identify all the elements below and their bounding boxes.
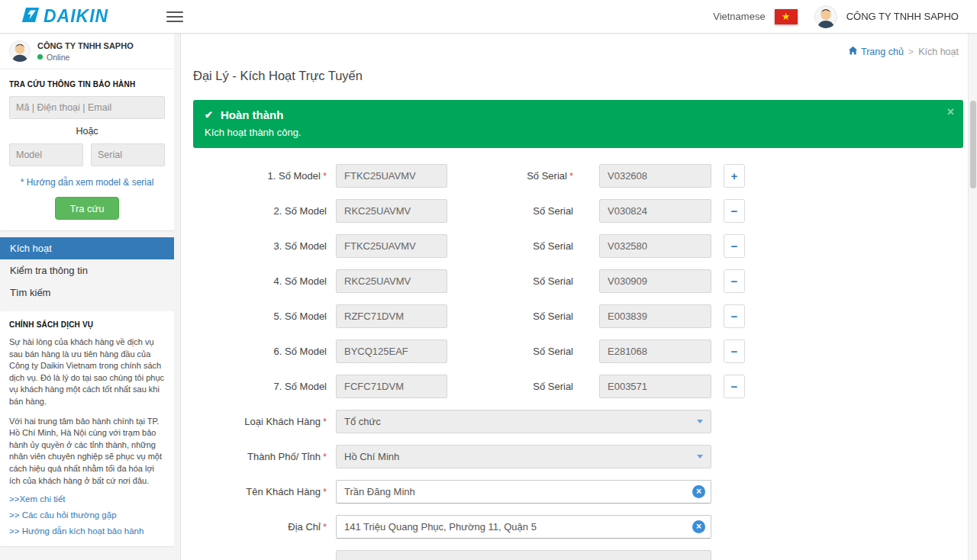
model-serial-guide-link[interactable]: * Hướng dẫn xem model & serial — [9, 177, 165, 188]
serial-input[interactable] — [599, 234, 711, 258]
remove-row-button[interactable]: − — [724, 340, 745, 363]
activation-guide-link[interactable]: >> Hướng dẫn kích hoạt bảo hành — [9, 526, 165, 536]
model-serial-row: 3. Số Model Số Serial − — [193, 234, 963, 258]
policy-title: CHÍNH SÁCH DỊCH VỤ — [9, 320, 165, 329]
serial-input[interactable] — [599, 199, 711, 223]
chevron-down-icon — [697, 420, 703, 423]
remove-row-button[interactable]: − — [724, 269, 745, 293]
address-input[interactable] — [336, 515, 711, 539]
model-label: 2. Số Model — [193, 205, 327, 217]
daikin-logo[interactable]: DAIKIN — [0, 6, 153, 27]
model-input[interactable] — [336, 164, 447, 188]
clear-input-icon[interactable] — [692, 520, 705, 533]
serial-label: Số Serial — [447, 346, 573, 357]
model-label: 5. Số Model — [193, 311, 327, 322]
remove-row-button[interactable]: − — [724, 234, 745, 258]
city-select[interactable]: Hồ Chí Minh — [336, 445, 711, 468]
customer-type-label: Loại Khách Hàng* — [193, 416, 327, 427]
sidebar-avatar — [9, 40, 31, 62]
lookup-serial-input[interactable] — [91, 143, 165, 166]
online-status-icon — [37, 54, 43, 60]
success-alert: Hoàn thành Kích hoạt thành công. × — [193, 100, 963, 148]
sidebar-user-panel: CÔNG TY TNHH SAPHO Online — [0, 34, 174, 69]
warranty-lookup-form: TRA CỨU THÔNG TIN BẢO HÀNH Hoặc * Hướng … — [0, 69, 174, 230]
model-input[interactable] — [336, 375, 447, 398]
chevron-down-icon — [697, 455, 703, 459]
top-navbar: DAIKIN Vietnamese CÔNG TY TNHH SAPHO — [0, 0, 977, 34]
model-input[interactable] — [336, 199, 447, 223]
account-avatar[interactable] — [814, 5, 837, 28]
remove-row-button[interactable]: − — [724, 375, 745, 398]
sidebar-user-name: CÔNG TY TNHH SAPHO — [37, 41, 134, 50]
sidebar-toggle-icon[interactable] — [166, 11, 183, 23]
sidebar-item-kich-hoat[interactable]: Kích hoạt — [0, 237, 174, 259]
model-serial-row: 2. Số Model Số Serial − — [193, 199, 963, 223]
model-serial-row: 1. Số Model* Số Serial* + — [193, 164, 963, 188]
model-label: 7. Số Model — [193, 381, 327, 392]
partial-next-field-row — [193, 550, 963, 560]
user-status: Online — [37, 53, 134, 62]
remove-row-button[interactable]: − — [724, 304, 745, 328]
serial-label: Số Serial — [447, 205, 573, 217]
add-row-button[interactable]: + — [724, 164, 745, 188]
model-input[interactable] — [336, 269, 447, 293]
customer-type-select[interactable]: Tổ chức — [336, 410, 711, 433]
policy-detail-link[interactable]: >>Xem chi tiết — [9, 494, 165, 504]
language-label: Vietnamese — [713, 11, 765, 22]
sidebar-item-kiem-tra-thong-tin[interactable]: Kiểm tra thông tin — [0, 259, 174, 282]
model-input[interactable] — [336, 304, 447, 328]
customer-type-row: Loại Khách Hàng* Tổ chức — [193, 410, 963, 433]
policy-paragraph: Với hai trung tâm bảo hành chính tại TP.… — [9, 416, 165, 488]
customer-name-row: Tên Khách Hàng* — [193, 480, 963, 504]
home-icon — [848, 46, 858, 58]
serial-input[interactable] — [599, 340, 711, 363]
city-row: Thành Phố/ Tỉnh* Hồ Chí Minh — [193, 445, 963, 468]
scrollbar-thumb[interactable] — [970, 101, 976, 188]
serial-input[interactable] — [599, 304, 711, 328]
breadcrumb-separator: > — [908, 47, 914, 57]
model-serial-row: 7. Số Model Số Serial − — [193, 375, 963, 398]
partial-field-select[interactable] — [336, 550, 711, 560]
lookup-search-button[interactable]: Tra cứu — [55, 197, 119, 220]
sidebar-item-tim-kiem[interactable]: Tìm kiếm — [0, 282, 174, 304]
service-policy-card: CHÍNH SÁCH DỊCH VỤ Sự hài lòng của khách… — [0, 311, 174, 546]
serial-input[interactable] — [599, 164, 711, 188]
or-label: Hoặc — [9, 126, 165, 137]
serial-label: Số Serial — [447, 275, 573, 287]
account-name[interactable]: CÔNG TY TNHH SAPHO — [846, 11, 959, 22]
remove-row-button[interactable]: − — [724, 199, 745, 223]
clear-input-icon[interactable] — [692, 485, 705, 498]
serial-input[interactable] — [599, 375, 711, 398]
address-row: Địa Chỉ* — [193, 515, 963, 539]
daikin-logo-mark-icon — [21, 7, 40, 26]
breadcrumb-home-link[interactable]: Trang chủ — [848, 46, 904, 58]
lookup-card: CÔNG TY TNHH SAPHO Online TRA CỨU THÔNG … — [0, 34, 174, 230]
serial-input[interactable] — [599, 269, 711, 293]
serial-label: Số Serial* — [447, 170, 573, 182]
breadcrumb: Trang chủ > Kích hoạt — [848, 46, 959, 58]
model-serial-row: 6. Số Model Số Serial − — [193, 340, 963, 363]
vietnam-flag-icon[interactable] — [775, 9, 798, 24]
faq-link[interactable]: >> Các câu hỏi thường gặp — [9, 510, 165, 520]
customer-name-input[interactable] — [336, 480, 711, 504]
serial-label: Số Serial — [447, 240, 573, 252]
sidebar: CÔNG TY TNHH SAPHO Online TRA CỨU THÔNG … — [0, 34, 181, 560]
model-label: 6. Số Model — [193, 346, 327, 357]
sidebar-menu: Kích hoạt Kiểm tra thông tin Tìm kiếm — [0, 237, 180, 304]
activation-form: 1. Số Model* Số Serial* + 2. Số Model Số… — [193, 164, 963, 560]
serial-label: Số Serial — [447, 311, 573, 322]
lookup-code-input[interactable] — [9, 96, 165, 119]
model-serial-row: 4. Số Model Số Serial − — [193, 269, 963, 293]
alert-close-icon[interactable]: × — [947, 105, 954, 119]
city-label: Thành Phố/ Tỉnh* — [193, 451, 327, 462]
alert-message: Kích hoạt thành công. — [205, 127, 952, 138]
lookup-model-input[interactable] — [9, 143, 83, 166]
model-input[interactable] — [336, 234, 447, 258]
page-title: Đại Lý - Kích Hoạt Trực Tuyến — [193, 69, 963, 83]
main-content: Trang chủ > Kích hoạt Đại Lý - Kích Hoạt… — [181, 34, 977, 560]
customer-name-label: Tên Khách Hàng* — [193, 486, 327, 497]
model-input[interactable] — [336, 340, 447, 363]
policy-paragraph: Sự hài lòng của khách hàng về dịch vụ sa… — [9, 336, 165, 408]
model-label: 1. Số Model* — [193, 170, 327, 182]
daikin-logo-text: DAIKIN — [44, 6, 108, 27]
